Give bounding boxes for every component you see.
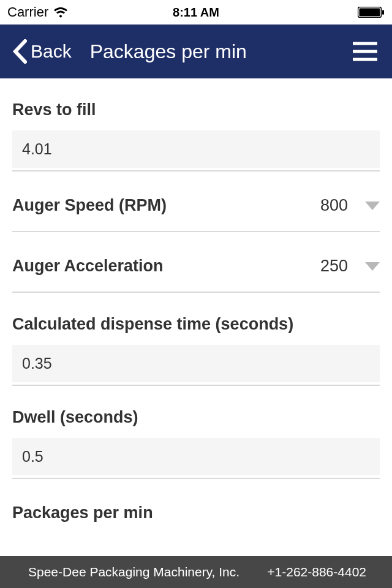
dispense-label: Calculated dispense time (seconds) <box>12 315 380 334</box>
svg-marker-3 <box>365 202 380 210</box>
field-dispense: Calculated dispense time (seconds) 0.35 <box>12 293 380 386</box>
accel-dropdown[interactable]: Auger Acceleration 250 <box>12 232 380 292</box>
nav-bar: Back Packages per min <box>0 24 392 78</box>
footer-phone[interactable]: +1-262-886-4402 <box>267 565 366 579</box>
page-title: Packages per min <box>90 40 247 63</box>
ppm-label: Packages per min <box>12 503 380 522</box>
field-accel: Auger Acceleration 250 <box>12 232 380 293</box>
footer-company: Spee-Dee Packaging Machinery, Inc. <box>28 565 239 579</box>
svg-rect-2 <box>382 10 384 15</box>
accel-label: Auger Acceleration <box>12 257 164 276</box>
svg-marker-4 <box>365 262 380 271</box>
status-time: 8:11 AM <box>173 6 219 20</box>
battery-icon <box>358 7 385 18</box>
main-content: Revs to fill 4.01 Auger Speed (RPM) 800 … <box>0 78 392 556</box>
field-dwell: Dwell (seconds) 0.5 <box>12 386 380 479</box>
chevron-down-icon <box>365 262 380 271</box>
dwell-input[interactable]: 0.5 <box>12 438 380 475</box>
chevron-down-icon <box>365 202 380 210</box>
menu-button[interactable] <box>353 42 377 61</box>
back-button[interactable]: Back <box>12 39 72 64</box>
revs-label: Revs to fill <box>12 100 380 119</box>
menu-icon <box>353 42 377 45</box>
accel-value: 250 <box>320 257 348 276</box>
field-speed: Auger Speed (RPM) 800 <box>12 172 380 232</box>
carrier-label: Carrier <box>7 4 48 20</box>
field-ppm: Packages per min <box>12 479 380 522</box>
footer-bar: Spee-Dee Packaging Machinery, Inc. +1-26… <box>0 556 392 588</box>
dwell-label: Dwell (seconds) <box>12 408 380 427</box>
speed-dropdown[interactable]: Auger Speed (RPM) 800 <box>12 172 380 231</box>
svg-rect-1 <box>360 9 380 17</box>
back-label: Back <box>31 41 72 62</box>
wifi-icon <box>53 4 68 20</box>
status-bar: Carrier 8:11 AM <box>0 0 392 24</box>
speed-label: Auger Speed (RPM) <box>12 196 167 215</box>
revs-input[interactable]: 4.01 <box>12 130 380 168</box>
speed-value: 800 <box>320 196 348 215</box>
back-chevron-icon <box>12 39 27 64</box>
dispense-input[interactable]: 0.35 <box>12 345 380 382</box>
field-revs: Revs to fill 4.01 <box>12 78 380 172</box>
